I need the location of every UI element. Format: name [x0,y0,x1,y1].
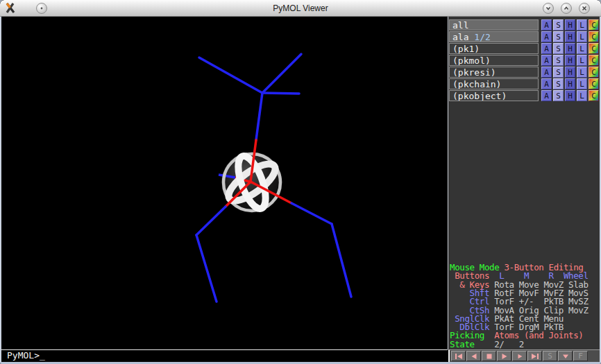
show-menu-button[interactable]: S [553,78,564,89]
object-name[interactable]: (pkobject) [449,90,539,101]
chevron-down-icon [545,6,551,11]
play-icon [500,353,509,360]
close-button[interactable] [579,3,590,14]
down-triangle-icon [561,353,570,360]
chevron-up-icon [564,6,569,11]
sticky-button[interactable] [36,3,47,14]
color-menu-button[interactable]: C [589,31,599,42]
xorg-x-icon [4,2,16,14]
show-menu-button[interactable]: S [553,90,564,101]
command-prompt: PyMOL> [7,350,40,361]
command-cursor: _ [40,350,45,361]
hide-menu-button[interactable]: H [565,43,575,54]
skip-start-icon [455,353,463,360]
object-row: (pkobject) A S H L C [449,90,599,101]
step-forward-icon [516,353,524,360]
action-menu-button[interactable]: A [541,31,552,42]
show-menu-button[interactable]: S [553,55,564,66]
viewport-3d[interactable] [1,17,448,349]
dot-icon [39,6,44,11]
color-menu-button[interactable]: C [589,67,599,78]
play-button[interactable] [497,351,511,361]
object-name[interactable]: (pk1) [449,43,539,54]
window-border-left [0,17,1,362]
label-menu-button[interactable]: L [577,19,587,31]
hide-menu-button[interactable]: H [565,78,575,89]
object-row: all A S H L C [449,19,599,31]
color-menu-button[interactable]: C [589,43,599,54]
minimize-button[interactable] [543,3,554,14]
label-menu-button[interactable]: L [577,55,587,66]
s-button[interactable]: S [543,351,557,361]
action-menu-button[interactable]: A [541,90,552,101]
label-menu-button[interactable]: L [577,90,587,101]
f-button[interactable]: F [573,351,588,361]
object-row: (pkresi) A S H L C [449,67,599,78]
label-menu-button[interactable]: L [577,43,587,54]
action-menu-button[interactable]: A [541,43,552,54]
color-menu-button[interactable]: C [589,90,599,101]
show-menu-button[interactable]: S [553,31,564,42]
hide-menu-button[interactable]: H [565,90,575,101]
show-menu-button[interactable]: S [553,43,564,54]
object-name[interactable]: (pkchain) [449,78,539,89]
action-menu-button[interactable]: A [541,55,552,66]
end-button[interactable] [527,351,542,361]
close-icon [582,6,587,11]
color-menu-button[interactable]: C [589,55,599,66]
object-name[interactable]: all [449,19,539,31]
window-title: PyMOL Viewer [0,3,601,13]
object-row: (pkchain) A S H L C [449,78,599,89]
step-back-icon [470,353,478,360]
color-menu-button[interactable]: C [589,78,599,89]
command-line[interactable]: PyMOL>_ [1,349,448,362]
object-row: (pk1) A S H L C [449,43,599,54]
show-menu-button[interactable]: S [553,67,564,78]
stop-icon [485,353,493,360]
hide-menu-button[interactable]: H [565,67,575,78]
step-forward-button[interactable] [512,351,527,361]
object-row: (pkmol) A S H L C [449,55,599,66]
titlebar[interactable]: PyMOL Viewer [0,0,601,17]
object-list: all A S H L C ala 1/2 A S H L C (pk1) A … [448,17,600,101]
mouse-mode-line: State 2/ 2 [450,340,600,349]
sidebar: all A S H L C ala 1/2 A S H L C (pk1) A … [448,17,600,349]
label-menu-button[interactable]: L [577,78,587,89]
object-row: ala 1/2 A S H L C [449,31,599,42]
show-menu-button[interactable]: S [553,19,564,31]
maximize-button[interactable] [561,3,572,14]
object-name[interactable]: ala 1/2 [449,31,539,42]
step-back-button[interactable] [466,351,481,361]
speed-button[interactable] [558,351,573,361]
action-menu-button[interactable]: A [541,19,552,31]
mouse-mode-panel: Mouse Mode 3-Button Editing Buttons L M … [450,263,600,349]
object-name[interactable]: (pkmol) [449,55,539,66]
object-name[interactable]: (pkresi) [449,67,539,78]
hide-menu-button[interactable]: H [565,31,575,42]
action-menu-button[interactable]: A [541,78,552,89]
action-menu-button[interactable]: A [541,67,552,78]
label-menu-button[interactable]: L [577,31,587,42]
molecule-render [1,17,448,349]
label-menu-button[interactable]: L [577,67,587,78]
playback-controls: SF [448,349,600,362]
color-menu-button[interactable]: C [589,19,599,31]
hide-menu-button[interactable]: H [565,55,575,66]
stop-button[interactable] [482,351,496,361]
skip-end-icon [531,353,539,360]
hide-menu-button[interactable]: H [565,19,575,31]
pymol-window: PyMOL Viewer [0,0,601,364]
rewind-button[interactable] [451,351,466,361]
